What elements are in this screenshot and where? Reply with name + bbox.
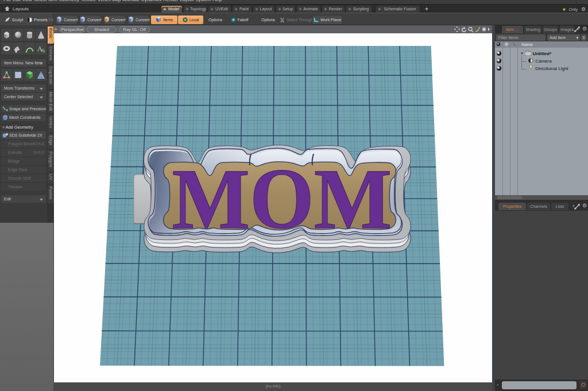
svg-text:MOM: MOM (172, 151, 392, 246)
svg-text:&: & (41, 48, 45, 53)
